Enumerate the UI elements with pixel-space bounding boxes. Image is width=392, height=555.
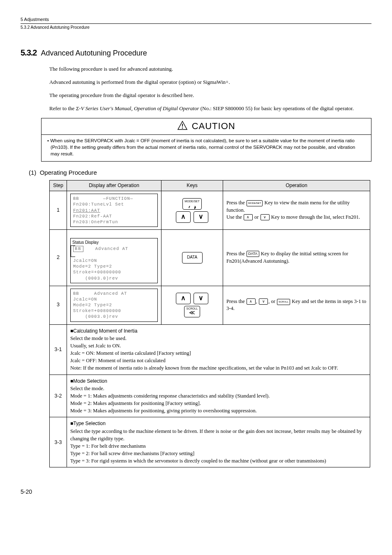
- step-number: 3-2: [50, 375, 67, 417]
- step-number: 1: [50, 191, 67, 230]
- note-cell: ■Type Selection Select the type accordin…: [67, 417, 370, 467]
- col-step: Step: [50, 180, 67, 191]
- intro-p1: The following procedure is used for adva…: [49, 65, 371, 73]
- col-display: Display after Operation: [67, 180, 161, 191]
- operating-procedure-heading: (1) Operating Procedure: [29, 168, 371, 177]
- lcd-display: Status DisplayBB Advanced AT Jcalc=ON Mo…: [70, 238, 158, 283]
- down-key-inline: ∨: [261, 214, 270, 220]
- operation-text: Press the ∧, ∨, or SCROLL Key and set th…: [223, 286, 370, 324]
- step-number: 3-3: [50, 417, 67, 467]
- caution-icon: [177, 120, 188, 132]
- data-key: DATA: [182, 252, 203, 264]
- scroll-key-inline: SCROLL: [277, 299, 290, 305]
- col-operation: Operation: [223, 180, 370, 191]
- page-header-subsection: 5.3.2 Advanced Autotuning Procedure: [21, 25, 371, 30]
- page-header-chapter: 5 Adjustments: [21, 16, 371, 24]
- intro-p4: Refer to the Σ-V Series User's Manual, O…: [49, 105, 371, 112]
- data-key-inline: DATA: [247, 251, 259, 257]
- step-number: 2: [50, 230, 67, 286]
- intro-p2: Advanced autotuning is performed from th…: [49, 79, 371, 86]
- note-cell: ■Mode Selection Select the mode. Mode = …: [67, 375, 370, 417]
- step-number: 3-1: [50, 324, 67, 375]
- down-key: ∨: [194, 293, 208, 304]
- caution-body: • When using the SERVOPACK with Jcalc = …: [42, 135, 371, 161]
- modeset-key: MODE/SET: [182, 198, 202, 210]
- table-row: 1 BB ―FUNCTION― Fn200:TuneLvl Set Fn201:…: [50, 191, 370, 230]
- caution-box: CAUTION • When using the SERVOPACK with …: [41, 118, 371, 162]
- procedure-table: Step Display after Operation Keys Operat…: [49, 180, 370, 467]
- intro-p3: The operating procedure from the digital…: [49, 92, 371, 99]
- up-key-inline: ∧: [247, 298, 256, 305]
- table-row: 2 Status DisplayBB Advanced AT Jcalc=ON …: [50, 230, 370, 286]
- note-cell: ■Calculating Moment of Inertia Select th…: [67, 324, 370, 375]
- up-key: ∧: [176, 293, 191, 304]
- operation-text: Press the MODE/SET Key to view the main …: [223, 191, 370, 230]
- section-heading: Advanced Autotuning Procedure: [41, 49, 147, 57]
- scroll-key: SCROLL ≪: [184, 306, 200, 317]
- down-key-inline: ∨: [259, 298, 268, 305]
- table-row: 3-3 ■Type Selection Select the type acco…: [50, 417, 370, 467]
- table-row: 3-1 ■Calculating Moment of Inertia Selec…: [50, 324, 370, 375]
- up-key-inline: ∧: [244, 214, 253, 220]
- caution-label: CAUTION: [192, 121, 235, 131]
- operation-text: Press the DATA Key to display the initia…: [223, 230, 370, 286]
- lcd-display: BB Advanced AT Jcalc=ON Mode=2 Type=2 St…: [70, 289, 158, 322]
- section-title: 5.3.2 Advanced Autotuning Procedure: [21, 47, 371, 58]
- page-number: 5-20: [21, 488, 371, 496]
- modeset-key-inline: MODE/SET: [247, 200, 263, 206]
- lcd-display: BB ―FUNCTION― Fn200:TuneLvl Set Fn201:AA…: [70, 194, 158, 227]
- table-row: 3-2 ■Mode Selection Select the mode. Mod…: [50, 375, 370, 417]
- down-key: ∨: [194, 211, 208, 223]
- col-keys: Keys: [161, 180, 223, 191]
- section-number: 5.3.2: [21, 48, 37, 57]
- table-row: 3 BB Advanced AT Jcalc=ON Mode=2 Type=2 …: [50, 286, 370, 324]
- up-key: ∧: [176, 211, 191, 223]
- svg-point-2: [182, 127, 183, 129]
- step-number: 3: [50, 286, 67, 324]
